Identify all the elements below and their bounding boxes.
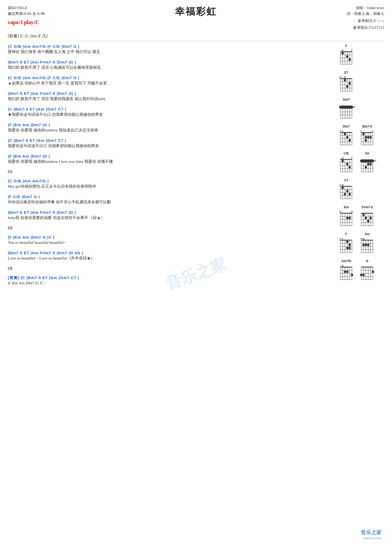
fingering-ref: 参考指法:T121T121 — [347, 25, 384, 31]
divider-top — [8, 41, 384, 41]
lyric-line: You so beautiful beautiful beautiful~ — [8, 240, 335, 246]
strum-ref: 参考刷法:X ↑↓↑↓ — [347, 18, 384, 24]
section-sec2c: |Bm7-5 E7 |Am F#m7-5 |Dm7 |G |baby我 知道你需… — [8, 210, 335, 221]
chord-diagram-Ab: Ab — [358, 152, 376, 175]
chord-line: |F |Em Am |Dm7 |G | — [8, 154, 335, 159]
chord-diagram-F: F — [337, 232, 355, 256]
watermark-sub: yinyuezj.com — [361, 536, 382, 540]
section-chorus1: |C |Bm7-5 E7 |Am |Gm7 C7 |★我爱你这句话说不出口 但我… — [8, 107, 335, 118]
diagram-row: E7 — [337, 71, 384, 95]
diagram-label: G — [366, 259, 368, 263]
chord-diagram-C7: C7 — [337, 178, 355, 202]
chord-diagram-Em: Em — [337, 205, 355, 229]
chord-line: |F C/E |Dm7 G | — [8, 194, 335, 199]
lyric-line: 我们的 默契不用了 语言 我爱你我愿意 就让我对你说baby — [8, 96, 335, 102]
prelude-line: [前奏] |C |G |Am |F |X2 — [8, 33, 384, 39]
chord-diagram-G: G — [358, 259, 376, 283]
diagram-row: Dm7Bm7-5 — [337, 125, 384, 148]
lyric-line: baby我 知道你需要的温暖 但这次绝对不会离开 （回▲） — [8, 215, 335, 221]
section-chorus3: |C |Bm7-5 E7 |Am |Gm7 C7 | 我爱你这句话说不出口 但我… — [8, 138, 335, 149]
diagram-label: Em — [344, 205, 349, 209]
chord-line: |C |Bm7-5 E7 |Am |Gm7 C7 | — [8, 138, 335, 143]
chord-line: |Bm7-5 E7 |Am F#m7-5 |Dm7 |G Ab | — [8, 250, 335, 256]
section-verse1b: |Bm7-5 E7 |Am F#m7-5 |Dm7 |G | 我们的 默契不用了… — [8, 60, 335, 71]
diagram-label: F — [345, 232, 347, 236]
performer: 演唱：Under lover — [347, 5, 384, 11]
watermark: 音乐之家 yinyuezj.com — [361, 529, 382, 540]
diagram-label: E7 — [344, 71, 348, 74]
header-left: 原KEY:Eb-E 建议男调:D-Eb 女:A-Bb capo:3 play:C — [8, 5, 45, 31]
lyric-line: 爱神在 我们身旁 画个圈圈 在人海 之中 我们可以 遇见 — [8, 49, 335, 55]
chord-diagram-Fm75: F#m7-5 — [358, 205, 376, 229]
header-section: 原KEY:Eb-E 建议男调:D-Eb 女:A-Bb capo:3 play:C… — [8, 5, 384, 31]
diagram-row: C — [337, 44, 384, 68]
song-title: 幸福彩虹 — [45, 5, 347, 31]
chord-diagram-Dm7: Dm7 — [337, 125, 355, 148]
chord-line: |Bm7-5 E7 |Am F#m7-5 |Dm7 |G | — [8, 91, 335, 96]
lyric-line: Love so beautiful ~ Love so beautiful ~(… — [8, 255, 335, 261]
lyric-line: ▲如果说 你的心中 有个预言 那一定 是我写下 书籤不会变 — [8, 80, 335, 86]
lyric-line: |F |Em Am |Dm7 |G |C | — [8, 280, 335, 286]
chord-line: |C G/B |Am Am7/G |F C/E |Dm7 G | — [8, 75, 335, 80]
section-sec3b: |Bm7-5 E7 |Am F#m7-5 |Dm7 |G Ab |Love so… — [8, 250, 335, 261]
diagram-label: C — [345, 44, 348, 48]
authors: 詞：胡睿儿 曲：胡睿儿 — [347, 11, 384, 17]
diagram-label: C7 — [344, 178, 348, 182]
chord-diagrams: CE7Gm7Dm7Bm7-5C/EAbC7EmF#m7-5FAmAm7/GG — [335, 44, 384, 291]
chord-line: |F |Em Am |Dm7 |G | — [8, 122, 335, 128]
chord-line: |C G/B |Am Am7/G |F C/E |Dm7 G | — [8, 44, 335, 49]
section-sec3a: |F |Em Am |Dm7 G |C |You so beautiful be… — [8, 235, 335, 246]
section-sec3label: (2) — [8, 226, 335, 230]
section-verse2b: |Bm7-5 E7 |Am F#m7-5 |Dm7 |G | 我们的 默契不用了… — [8, 91, 335, 102]
lyric-line: 我爱你这句话说不出口 但我希望你能让我做你的男友 — [8, 143, 335, 149]
section-label: (3) — [8, 266, 335, 270]
original-key: 原KEY:Eb-E — [8, 5, 45, 11]
section-verse1a: |C G/B |Am Am7/G |F C/E |Dm7 G | 爱神在 我们身… — [8, 44, 335, 55]
diagram-row: FAm — [337, 232, 384, 256]
lyric-line: 我们的 默契不用了 语言 心电感应可以在脑海里面相见 — [8, 65, 335, 71]
diagram-label: Gm7 — [343, 98, 350, 101]
chord-line: [尾奏] |C |Bm7-5 E7 |Am |Gm7 C7 | — [8, 275, 335, 280]
section-label: (1) — [8, 169, 335, 174]
watermark-main: 音乐之家 — [361, 529, 382, 536]
diagram-row: EmF#m7-5 — [337, 205, 384, 229]
song-body: |C G/B |Am Am7/G |F C/E |Dm7 G | 爱神在 我们身… — [8, 44, 384, 291]
chord-diagram-Gm7: Gm7 — [337, 98, 355, 122]
chord-diagram-E7: E7 — [337, 71, 355, 95]
section-outro: [尾奏] |C |Bm7-5 E7 |Am |Gm7 C7 | |F |Em A… — [8, 275, 335, 286]
lyric-line: 我爱你 你爱我 做你的rainbow I love you baby 我爱你 你… — [8, 159, 335, 165]
diagram-row: Am7/GG — [337, 259, 384, 283]
main-content: |C G/B |Am Am7/G |F C/E |Dm7 G | 爱神在 我们身… — [8, 44, 335, 291]
diagram-label: F#m7-5 — [362, 205, 373, 209]
chord-diagram-C: C — [337, 44, 355, 68]
diagram-label: Dm7 — [343, 125, 350, 128]
diagram-label: C/E — [344, 152, 349, 155]
lyric-line: 我爱你 你爱我 做你的rainbow 我知道自己决定没有错 — [8, 127, 335, 133]
chord-diagram-CE: C/E — [337, 152, 355, 175]
chord-line: |Bm7-5 E7 |Am F#m7-5 |Dm7 |G | — [8, 210, 335, 215]
chord-line: |F |Em Am |Dm7 G |C | — [8, 235, 335, 240]
diagram-row: C7 — [337, 178, 384, 202]
diagram-label: Ab — [365, 152, 369, 155]
section-chorus4: |F |Em Am |Dm7 |G | 我爱你 你爱我 做你的rainbow I… — [8, 154, 335, 165]
chord-diagram-Am: Am — [358, 232, 376, 256]
chord-diagram-Am7G: Am7/G — [337, 259, 355, 283]
diagram-row: Gm7 — [337, 98, 384, 122]
chord-line: |Bm7-5 E7 |Am F#m7-5 |Dm7 |G | — [8, 60, 335, 65]
lyric-line: ★我爱你这句话说不出口 但我希望你能让我做你的男友 — [8, 112, 335, 118]
lyric-line: 对你说出晚安吃你做的早餐 你不开心手机通讯录全都可以删 — [8, 199, 335, 205]
section-sec4label: (3) — [8, 266, 335, 270]
chord-line: |C |Bm7-5 E7 |Am |Gm7 C7 | — [8, 107, 335, 112]
diagram-label: Am7/G — [341, 259, 351, 263]
diagram-label: Bm7-5 — [362, 125, 372, 128]
diagram-label: Am — [365, 232, 370, 236]
section-verse2a: |C G/B |Am Am7/G |F C/E |Dm7 G |▲如果说 你的心… — [8, 75, 335, 86]
capo-line: capo:3 play:C — [8, 18, 45, 26]
section-sec2label: (1) — [8, 169, 335, 174]
lyric-line: Hey girl你就别害怕 反正从今以后有我在你身旁陪伴 — [8, 183, 335, 189]
chord-line: |C G/B |Am Am7/G | — [8, 178, 335, 184]
section-sec2a: |C G/B |Am Am7/G |Hey girl你就别害怕 反正从今以后有我… — [8, 178, 335, 189]
section-label: (2) — [8, 226, 335, 230]
suggested-key: 建议男调:D-Eb 女:A-Bb — [8, 11, 45, 17]
chord-diagram-Bm75: Bm7-5 — [358, 125, 376, 148]
